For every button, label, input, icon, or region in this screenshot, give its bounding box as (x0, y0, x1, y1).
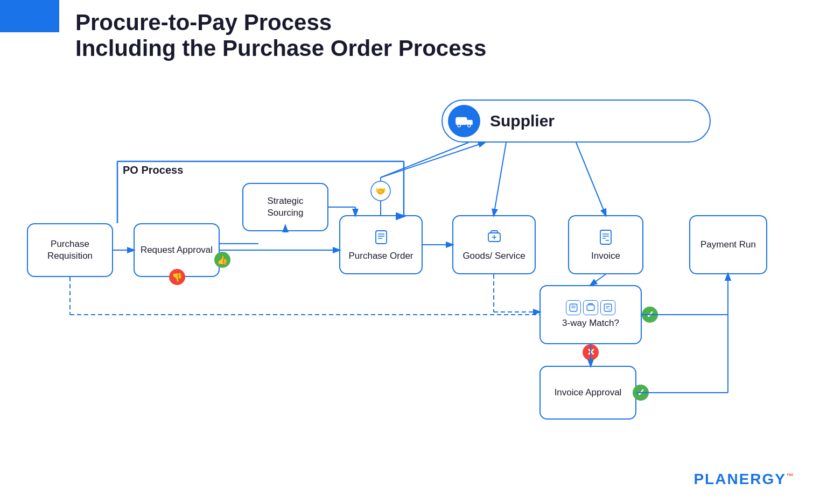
purchase-order-icon (372, 228, 391, 247)
accent-bar (0, 0, 59, 32)
title-line1: Procure-to-Pay Process (75, 10, 486, 36)
svg-line-45 (591, 274, 606, 285)
svg-point-2 (458, 124, 460, 127)
match-icon-2 (583, 300, 598, 315)
cross-red-3way: ✕ (583, 344, 599, 360)
svg-rect-5 (376, 231, 387, 244)
three-way-match-label: 3-way Match? (562, 317, 619, 329)
goods-service-label: Goods/ Service (462, 250, 525, 262)
box-invoice-approval: Invoice Approval (539, 366, 636, 420)
invoice-label: Invoice (591, 250, 620, 262)
po-process-label: PO Process (123, 164, 183, 176)
thumbs-up-icon: 👍 (214, 252, 230, 268)
box-strategic-sourcing: Strategic Sourcing (242, 183, 328, 231)
box-purchase-requisition: Purchase Requisition (27, 223, 113, 277)
invoice-approval-label: Invoice Approval (555, 387, 622, 399)
planergy-logo: PLANERGY™ (693, 471, 795, 488)
svg-rect-0 (456, 117, 467, 125)
svg-point-51 (371, 181, 390, 201)
title-block: Procure-to-Pay Process Including the Pur… (75, 10, 486, 62)
check-green-3way: ✓ (642, 307, 658, 323)
thumbs-down-icon: 👎 (169, 269, 185, 285)
svg-line-37 (381, 143, 468, 178)
box-purchase-order: Purchase Order (339, 215, 423, 274)
box-payment-run: Payment Run (689, 215, 767, 274)
svg-text:🤝: 🤝 (375, 186, 386, 196)
box-goods-service: Goods/ Service (452, 215, 536, 274)
title-line2: Including the Purchase Order Process (75, 36, 486, 61)
match-icon-3 (600, 300, 615, 315)
purchase-order-label: Purchase Order (349, 250, 414, 262)
svg-rect-21 (604, 304, 612, 311)
match-icon-1 (566, 300, 581, 315)
svg-point-3 (468, 124, 471, 127)
planergy-text: PLANERGY (693, 471, 786, 487)
purchase-requisition-label: Purchase Requisition (33, 238, 107, 262)
svg-line-38 (494, 143, 506, 215)
payment-run-label: Payment Run (700, 239, 756, 251)
invoice-icon (596, 228, 615, 247)
supplier-icon (448, 105, 480, 137)
svg-line-36 (381, 143, 485, 178)
request-approval-label: Request Approval (141, 244, 213, 256)
supplier-label: Supplier (490, 112, 555, 130)
svg-rect-20 (587, 305, 594, 311)
svg-line-39 (576, 143, 606, 215)
supplier-pill: Supplier (441, 100, 711, 143)
check-green-invoice-approval: ✓ (633, 385, 649, 401)
svg-rect-12 (600, 230, 611, 244)
three-way-icons (566, 300, 615, 315)
goods-service-icon (485, 228, 504, 247)
strategic-sourcing-label: Strategic Sourcing (249, 195, 322, 219)
box-3way-match: 3-way Match? (539, 285, 642, 344)
planergy-tm: ™ (786, 472, 795, 480)
box-invoice: Invoice (568, 215, 643, 274)
